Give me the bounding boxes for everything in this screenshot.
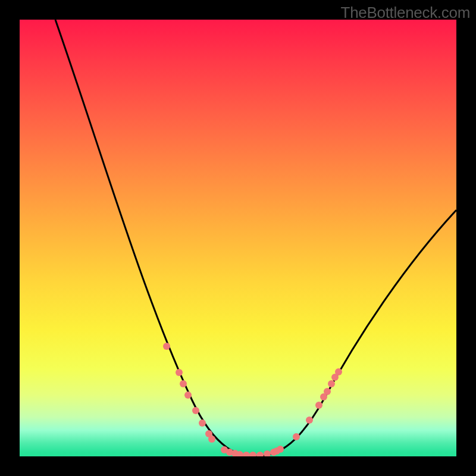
curve-dot: [243, 452, 250, 456]
curve-dot: [184, 392, 192, 399]
curve-dot: [277, 446, 284, 453]
curve-dot: [176, 369, 183, 376]
curve-dot: [249, 452, 256, 456]
curve-dot: [306, 416, 313, 424]
curve-dot: [199, 419, 206, 427]
curve-dot: [264, 450, 271, 456]
curve-dot: [192, 407, 199, 414]
curve-dot: [256, 452, 264, 456]
curve-dot: [208, 436, 215, 443]
curve-dot: [324, 388, 331, 395]
curve-dot: [315, 402, 322, 409]
curve-dot: [180, 380, 187, 387]
chart-frame: TheBottleneck.com: [0, 0, 476, 476]
curve-dot: [335, 368, 342, 375]
curve-dots-group: [163, 343, 342, 456]
curve-dot: [293, 433, 300, 440]
gradient-plot-area: [20, 20, 456, 456]
curve-dot: [163, 343, 170, 350]
bottleneck-curve: [55, 20, 456, 456]
chart-svg: [20, 20, 456, 456]
curve-dot: [328, 380, 335, 387]
